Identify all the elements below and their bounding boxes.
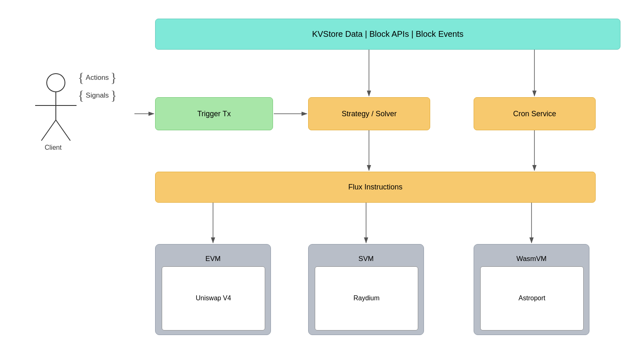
svg-line-4 (41, 120, 56, 141)
wasmvm-label: WasmVM (474, 255, 589, 263)
strategy-solver-box: Strategy / Solver (308, 97, 430, 130)
astroport-box: Astroport (480, 266, 584, 330)
trigger-tx-box: Trigger Tx (155, 97, 273, 130)
evm-box: EVM Uniswap V4 (155, 244, 271, 335)
svg-line-5 (56, 120, 70, 141)
signals-open-brace: { (78, 89, 84, 102)
uniswap-box: Uniswap V4 (162, 266, 265, 330)
architecture-diagram: KVStore Data | Block APIs | Block Events… (0, 0, 637, 364)
flux-instructions-box: Flux Instructions (155, 172, 596, 203)
trigger-tx-label: Trigger Tx (197, 110, 231, 118)
svm-label: SVM (309, 255, 424, 263)
actions-open-brace: { (78, 71, 84, 84)
signals-text: Signals (86, 91, 109, 100)
uniswap-label: Uniswap V4 (196, 295, 231, 302)
signals-close-brace: } (110, 89, 117, 102)
wasmvm-box: WasmVM Astroport (474, 244, 589, 335)
actions-brace-group: { Actions } (78, 71, 117, 84)
cron-service-box: Cron Service (474, 97, 596, 130)
kvstore-box: KVStore Data | Block APIs | Block Events (155, 19, 620, 50)
svg-point-1 (47, 74, 65, 92)
raydium-label: Raydium (353, 295, 379, 302)
astroport-label: Astroport (519, 295, 546, 302)
svm-box: SVM Raydium (308, 244, 424, 335)
actions-text: Actions (86, 74, 109, 82)
flux-instructions-label: Flux Instructions (348, 183, 402, 192)
raydium-box: Raydium (315, 266, 418, 330)
signals-brace-group: { Signals } (78, 89, 117, 102)
evm-label: EVM (156, 255, 271, 263)
client-label: Client (45, 144, 62, 151)
kvstore-label: KVStore Data | Block APIs | Block Events (312, 29, 463, 39)
cron-service-label: Cron Service (513, 110, 556, 118)
strategy-solver-label: Strategy / Solver (342, 110, 397, 118)
actions-close-brace: } (110, 71, 117, 84)
